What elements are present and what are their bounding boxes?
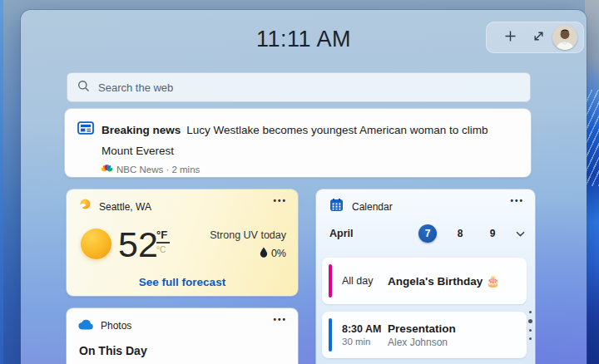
scroll-dot xyxy=(529,337,532,340)
precipitation-value: 0% xyxy=(271,248,286,259)
month-label: April xyxy=(329,228,353,239)
event-birthday[interactable]: All day Angela's Birthday 🎂 xyxy=(322,258,527,304)
news-badge: Breaking news xyxy=(101,124,181,136)
wallpaper-folds xyxy=(585,90,599,186)
photos-header: Photos xyxy=(78,318,131,333)
event-time: 8:30 AM 30 min xyxy=(342,323,385,347)
photos-widget[interactable]: Photos ••• On This Day xyxy=(67,308,298,364)
expand-icon xyxy=(532,30,545,46)
search-placeholder: Search the web xyxy=(98,81,173,94)
wallpaper-ribbons xyxy=(585,0,599,364)
event-scroll-indicator[interactable] xyxy=(527,311,532,340)
unit-toggle: °F °C xyxy=(156,229,173,254)
calendar-icon xyxy=(329,198,344,215)
nbc-peacock-icon xyxy=(101,164,112,175)
sun-cloud-icon xyxy=(78,198,92,215)
expand-board-button[interactable] xyxy=(524,23,552,52)
news-icon xyxy=(77,120,94,177)
widgets-panel: 11:11 AM xyxy=(21,10,587,364)
droplet-icon xyxy=(260,247,268,260)
web-search-input[interactable]: Search the web xyxy=(67,72,531,102)
unit-underline xyxy=(156,242,170,243)
uv-note: Strong UV today xyxy=(210,229,286,241)
weather-more-menu[interactable]: ••• xyxy=(273,196,287,205)
weather-location: Seattle, WA xyxy=(99,201,151,213)
news-source-time: NBC News · 2 mins xyxy=(116,165,200,175)
plus-icon xyxy=(504,30,517,46)
temperature-value: 52 xyxy=(118,227,158,263)
sunny-condition-icon xyxy=(81,229,111,259)
chevron-down-icon[interactable] xyxy=(516,231,525,237)
wallpaper-left-edge xyxy=(0,0,3,364)
profile-avatar[interactable] xyxy=(552,25,577,50)
calendar-title: Calendar xyxy=(352,201,393,213)
news-meta: NBC News · 2 mins xyxy=(101,164,517,175)
scroll-dot-current xyxy=(528,319,532,323)
search-icon xyxy=(77,80,90,96)
scroll-dot xyxy=(529,311,532,313)
cloud-icon xyxy=(78,318,94,333)
event-color-bar xyxy=(329,318,332,352)
calendar-widget: Calendar ••• April 7 8 9 xyxy=(316,189,535,364)
scroll-dot xyxy=(529,329,532,332)
weather-widget[interactable]: Seattle, WA ••• 52 °F °C Strong UV today xyxy=(67,189,298,296)
event-list: All day Angela's Birthday 🎂 8:30 AM 30 m… xyxy=(322,258,527,364)
calendar-header: Calendar xyxy=(329,198,393,215)
news-card[interactable]: Breaking newsLucy Westlake becomes young… xyxy=(65,109,531,177)
widgets-board: 11:11 AM xyxy=(0,0,599,364)
fahrenheit-toggle[interactable]: °F xyxy=(156,229,173,241)
event-body: Presentation Alex Johnson xyxy=(388,322,456,348)
panel-action-pill xyxy=(486,22,584,53)
see-full-forecast-link[interactable]: See full forecast xyxy=(67,276,298,288)
event-color-bar xyxy=(329,264,332,298)
date-9[interactable]: 9 xyxy=(483,228,502,239)
weather-details: Strong UV today 0% xyxy=(210,229,286,260)
date-7-selected[interactable]: 7 xyxy=(418,224,437,243)
event-presentation[interactable]: 8:30 AM 30 min Presentation Alex Johnson xyxy=(322,312,527,358)
date-strip: 7 8 9 xyxy=(418,224,525,243)
photos-title: Photos xyxy=(101,320,131,332)
precipitation: 0% xyxy=(210,247,286,260)
celsius-toggle[interactable]: °C xyxy=(156,245,173,254)
event-time: All day xyxy=(342,275,385,287)
weather-header: Seattle, WA xyxy=(78,198,151,215)
date-8[interactable]: 8 xyxy=(451,228,469,239)
photos-more-menu[interactable]: ••• xyxy=(273,315,287,324)
calendar-date-row: April 7 8 9 xyxy=(329,223,525,244)
photos-subtitle: On This Day xyxy=(79,344,147,357)
news-text: Breaking newsLucy Westlake becomes young… xyxy=(101,120,517,177)
calendar-more-menu[interactable]: ••• xyxy=(510,196,524,205)
add-widget-button[interactable] xyxy=(496,23,524,52)
event-body: Angela's Birthday 🎂 xyxy=(388,274,500,288)
news-headline: Breaking newsLucy Westlake becomes young… xyxy=(101,120,517,161)
